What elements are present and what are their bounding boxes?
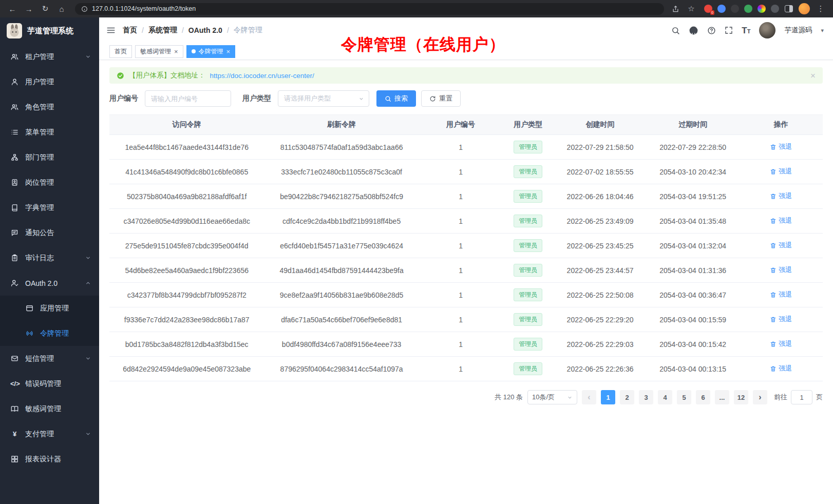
breadcrumb-item[interactable]: OAuth 2.0 <box>188 26 222 34</box>
app-window: 芋道管理系统 租户管理用户管理角色管理菜单管理部门管理岗位管理字典管理通知公告审… <box>0 17 833 504</box>
sidebar-item-sensitive-word[interactable]: 敏感词管理 <box>0 396 99 421</box>
cell-access-token: 275e5de9151045fe87cbdc395e004f4d <box>109 234 264 258</box>
force-logout-button[interactable]: 强退 <box>770 241 792 250</box>
sidebar-item-pay[interactable]: ¥支付管理 <box>0 421 99 447</box>
browser-menu-icon[interactable]: ⋮ <box>816 2 826 15</box>
search-button[interactable]: 搜索 <box>376 90 416 107</box>
extension-dark-icon[interactable] <box>731 5 739 13</box>
forward-icon[interactable]: → <box>22 2 36 15</box>
reset-button[interactable]: 重置 <box>421 90 461 107</box>
sidebar-item-audit-log[interactable]: 审计日志 <box>0 245 99 270</box>
breadcrumb-item[interactable]: 系统管理 <box>148 26 177 35</box>
force-logout-button[interactable]: 强退 <box>770 142 792 151</box>
more-pages-button[interactable]: ... <box>715 390 729 404</box>
reload-icon[interactable]: ↻ <box>38 2 52 15</box>
sidebar-item-dept[interactable]: 部门管理 <box>0 145 99 170</box>
user-type-tag: 管理员 <box>514 264 542 277</box>
cell-create-time: 2022-06-25 22:50:08 <box>554 283 647 307</box>
cell-expire-time: 2054-03-04 00:13:15 <box>647 357 740 381</box>
cell-access-token: f9336e7c7dd242a283ee98dc86b17a87 <box>109 307 264 332</box>
collapse-sidebar-icon[interactable] <box>106 26 116 35</box>
breadcrumb-item[interactable]: 首页 <box>123 26 137 35</box>
page-size-select[interactable]: 10条/页 <box>527 390 577 404</box>
column-header: 刷新令牌 <box>264 115 419 135</box>
sidebar-item-oauth2-token[interactable]: 令牌管理 <box>0 321 99 346</box>
sidebar-item-error-code[interactable]: </>错误码管理 <box>0 371 99 396</box>
sidebar-item-oauth2-application[interactable]: 应用管理 <box>0 296 99 321</box>
alert-close-icon[interactable]: × <box>810 71 816 80</box>
goto-page-input[interactable] <box>791 390 812 404</box>
page-button-1[interactable]: 1 <box>601 390 615 404</box>
force-logout-button[interactable]: 强退 <box>770 216 792 225</box>
page-button-12[interactable]: 12 <box>734 390 748 404</box>
back-icon[interactable]: ← <box>5 2 20 15</box>
force-logout-button[interactable]: 强退 <box>770 290 792 299</box>
sidebar-item-sms[interactable]: 短信管理 <box>0 346 99 371</box>
github-icon[interactable] <box>689 26 698 35</box>
sidebar-item-menu[interactable]: 菜单管理 <box>0 120 99 145</box>
user-type-select[interactable]: 请选择用户类型 <box>278 90 369 107</box>
close-icon[interactable]: × <box>174 48 178 55</box>
page-button-3[interactable]: 3 <box>639 390 653 404</box>
page-button-2[interactable]: 2 <box>620 390 634 404</box>
cell-create-time: 2022-06-26 18:04:46 <box>554 184 647 209</box>
force-logout-button[interactable]: 强退 <box>770 339 792 348</box>
user-avatar[interactable] <box>759 22 775 38</box>
tab-敏感词管理[interactable]: 敏感词管理× <box>135 45 183 58</box>
fullscreen-icon[interactable] <box>725 26 733 34</box>
cell-user-id: 1 <box>419 160 503 184</box>
username[interactable]: 芋道源码 <box>784 26 812 35</box>
page-button-5[interactable]: 5 <box>677 390 691 404</box>
sidebar-item-report-designer[interactable]: 报表设计器 <box>0 447 99 472</box>
tab-label: 首页 <box>115 47 127 56</box>
next-page-button[interactable]: › <box>753 390 767 404</box>
sidebar-item-oauth2[interactable]: OAuth 2.0 <box>0 270 99 296</box>
home-icon[interactable]: ⌂ <box>54 2 69 15</box>
tab-首页[interactable]: 首页 <box>109 45 132 58</box>
site-info-icon[interactable] <box>81 6 88 12</box>
sidebar-item-role[interactable]: 角色管理 <box>0 94 99 120</box>
extension-green-icon[interactable] <box>744 5 752 13</box>
doc-link[interactable]: https://doc.iocoder.cn/user-center/ <box>210 72 314 80</box>
clipboard-icon <box>10 254 19 262</box>
cell-refresh-token: 333ecfc71e02480cb11055c875c3ca0f <box>264 160 419 184</box>
force-logout-button[interactable]: 强退 <box>770 191 792 201</box>
extension-blue-icon[interactable] <box>717 5 726 13</box>
extension-gray-icon[interactable] <box>771 5 779 13</box>
prev-page-button[interactable]: ‹ <box>582 390 596 404</box>
side-panel-icon[interactable] <box>785 5 793 12</box>
extension-multicolor-icon[interactable] <box>758 5 766 13</box>
force-logout-button[interactable]: 强退 <box>770 167 792 176</box>
page-button-4[interactable]: 4 <box>658 390 672 404</box>
cell-create-time: 2022-06-25 22:29:20 <box>554 307 647 332</box>
user-menu-caret-icon[interactable]: ▾ <box>821 27 824 34</box>
sidebar-item-dict[interactable]: 字典管理 <box>0 195 99 220</box>
force-logout-button[interactable]: 强退 <box>770 265 792 275</box>
user-id-label: 用户编号 <box>109 94 138 103</box>
cell-refresh-token: b0df4980ffd34c67a08f9156e4eee733 <box>264 332 419 357</box>
user-id-input[interactable] <box>145 90 231 107</box>
tab-令牌管理[interactable]: 令牌管理× <box>186 45 236 58</box>
browser-profile-avatar[interactable] <box>799 3 810 14</box>
close-icon[interactable]: × <box>226 48 231 55</box>
sidebar-item-label: 岗位管理 <box>25 178 91 187</box>
cell-refresh-token: 9ce8ef2aa9f14056b831ae9b608e28d5 <box>264 283 419 307</box>
sidebar-item-tenant[interactable]: 租户管理 <box>0 44 99 69</box>
bookmark-star-icon[interactable]: ☆ <box>686 2 696 15</box>
search-icon[interactable] <box>671 26 680 35</box>
cell-expire-time: 2054-03-04 01:35:48 <box>647 209 740 234</box>
extension-red-icon[interactable]: 0 <box>704 5 712 13</box>
force-logout-button[interactable]: 强退 <box>770 315 792 324</box>
sidebar-item-notice[interactable]: 通知公告 <box>0 220 99 245</box>
sidebar-item-post[interactable]: 岗位管理 <box>0 170 99 195</box>
help-icon[interactable] <box>707 26 716 35</box>
address-bar[interactable]: 127.0.0.1:1024/system/oauth2/token <box>75 3 664 15</box>
force-logout-button[interactable]: 强退 <box>770 364 792 373</box>
list-icon <box>10 128 19 136</box>
page-button-6[interactable]: 6 <box>696 390 710 404</box>
cell-user-id: 1 <box>419 357 503 381</box>
font-size-icon[interactable]: TT <box>742 26 750 35</box>
app-logo[interactable]: 芋道管理系统 <box>0 17 99 44</box>
share-icon[interactable] <box>670 2 680 15</box>
sidebar-item-user[interactable]: 用户管理 <box>0 69 99 94</box>
